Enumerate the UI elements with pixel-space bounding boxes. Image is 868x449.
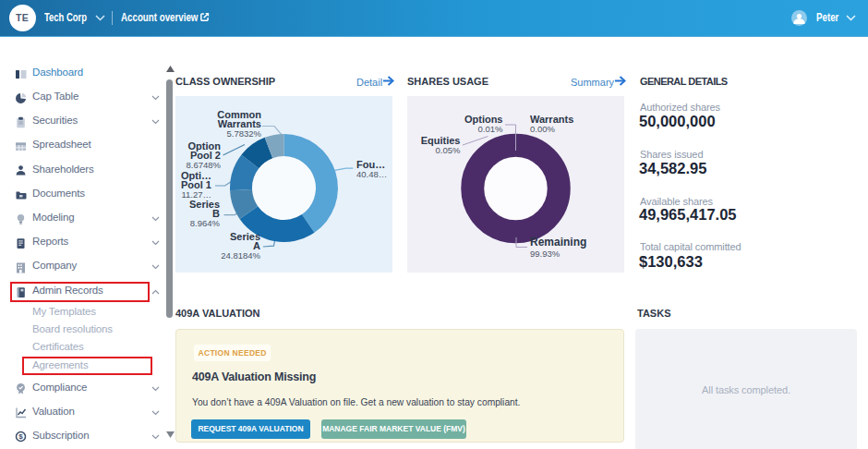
svg-text:$: $	[18, 432, 23, 441]
